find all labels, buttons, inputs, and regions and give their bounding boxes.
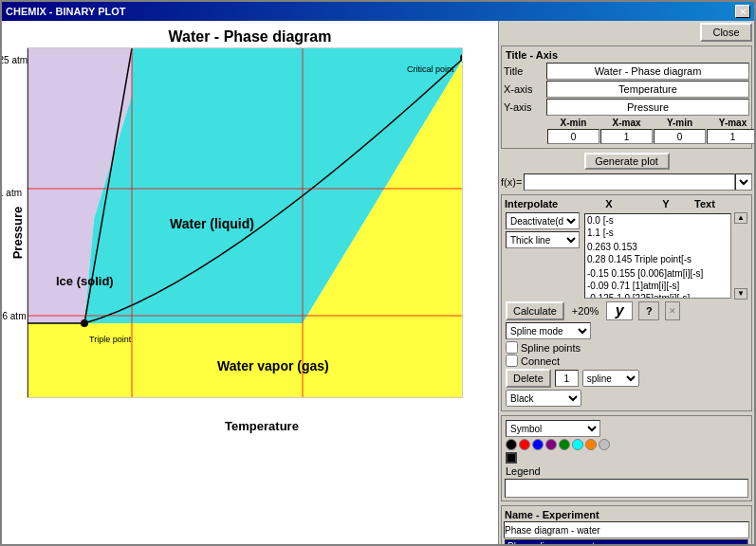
col-interpolate: Interpolate — [505, 198, 581, 209]
yaxis-input[interactable] — [546, 99, 749, 116]
color-blue[interactable] — [532, 439, 544, 450]
water-label: Water (liquid) — [170, 216, 254, 231]
triple-point-label: Triple point — [89, 335, 132, 344]
color-cyan[interactable] — [572, 439, 583, 450]
connect-row: Connect — [506, 355, 747, 367]
data-list[interactable]: 0.0 [-s 1.1 [-s 0.263 0.153 0.28 0.145 T… — [584, 213, 731, 299]
experiment-list[interactable]: Phase diagram - wate CO2 phase diagram M… — [505, 539, 748, 544]
selected-color — [506, 452, 517, 464]
name-exp-input[interactable] — [504, 521, 749, 538]
question-button[interactable]: ? — [638, 301, 659, 320]
connect-checkbox[interactable] — [506, 355, 518, 367]
color-dots-row — [506, 439, 747, 450]
color-squares-row — [506, 452, 747, 464]
close-window-button[interactable]: ✕ — [735, 5, 750, 18]
x-button[interactable]: ✕ — [665, 301, 680, 320]
fx-dropdown[interactable]: ▼ — [735, 173, 752, 191]
calculate-button[interactable]: Calculate — [506, 301, 564, 320]
color-orange[interactable] — [585, 439, 597, 450]
exp-row-1[interactable]: Phase diagram - wate — [506, 540, 747, 544]
y-button[interactable]: y — [606, 301, 633, 320]
xmax-header: X-max — [600, 118, 653, 128]
yaxis-row: Y-axis — [504, 99, 749, 116]
svg-point-10 — [81, 319, 88, 327]
right-panel: Close Title - Axis Title X-axis Y-axis — [498, 21, 754, 544]
ice-label: Ice (solid) — [56, 274, 114, 288]
color-gray[interactable] — [599, 439, 610, 450]
thin-spline-row: Spline points — [506, 341, 747, 354]
interpolate-select[interactable]: Deactivate(d) — [506, 212, 580, 229]
chart-panel: Water - Phase diagram Pressure 225 atm 1… — [2, 21, 498, 544]
title-bar: CHEMIX - BINARY PLOT ✕ — [2, 2, 754, 21]
spline-type-select[interactable]: spline — [582, 370, 639, 387]
phase-diagram-svg: Water (liquid) Ice (solid) Water vapor (… — [27, 47, 463, 398]
name-experiment-section: Name - Experiment Phase diagram - wate C… — [501, 505, 752, 544]
fx-label: f(x)= — [501, 176, 522, 188]
title-label: Title — [504, 65, 546, 77]
data-row-9[interactable]: -0.125 1.0 [225]atm[i][-s] — [585, 292, 730, 299]
calc-row: Calculate +20% y ? ✕ — [506, 301, 747, 320]
xaxis-input[interactable] — [546, 81, 749, 98]
line-type-select[interactable]: Thick line — [506, 231, 580, 248]
y-tick-006: 0.006 atm — [2, 311, 26, 321]
scrollbar[interactable]: ▲ ▼ — [734, 212, 747, 300]
y-tick-225: 225 atm — [2, 55, 28, 65]
ymin-header: Y-min — [654, 118, 706, 128]
color-black[interactable] — [506, 439, 517, 450]
data-row-4[interactable]: 0.263 0.153 — [585, 241, 730, 253]
color-select[interactable]: Black Red Blue — [506, 390, 581, 407]
main-content: Water - Phase diagram Pressure 225 atm 1… — [2, 21, 754, 544]
data-row-5[interactable]: 0.28 0.145 Triple point[-s — [585, 253, 730, 265]
data-row-2[interactable]: 1.1 [-s — [585, 227, 730, 239]
data-row-8[interactable]: -0.09 0.71 [1]atm[i][-s] — [585, 280, 730, 292]
symbol-select[interactable]: Symbol — [506, 420, 600, 437]
main-window: CHEMIX - BINARY PLOT ✕ Water - Phase dia… — [0, 0, 756, 546]
ymax-input[interactable] — [707, 129, 754, 144]
xaxis-row: X-axis — [504, 81, 749, 98]
generate-plot-button[interactable]: Generate plot — [584, 153, 670, 170]
color-purple[interactable] — [545, 439, 557, 450]
ymax-header: Y-max — [707, 118, 754, 128]
close-button[interactable]: Close — [700, 23, 752, 42]
interpolate-col: Deactivate(d) Thick line — [506, 212, 581, 300]
color-red[interactable] — [519, 439, 530, 450]
symbol-section: Symbol L — [501, 415, 752, 501]
thin-spline-checkbox[interactable] — [506, 341, 518, 354]
data-table-header: Interpolate X Y Text — [504, 197, 749, 210]
title-input[interactable] — [546, 63, 749, 80]
color-green[interactable] — [559, 439, 570, 450]
col-text: Text — [694, 198, 742, 209]
col-y: Y — [637, 198, 694, 209]
symbol-row: Symbol — [506, 420, 747, 437]
data-row-1[interactable]: 0.0 [-s — [585, 214, 730, 227]
title-axis-section: Title - Axis Title X-axis Y-axis X- — [501, 46, 752, 149]
data-section: Interpolate X Y Text Deactivate(d) Thick… — [501, 194, 752, 411]
chart-title: Water - Phase diagram — [9, 28, 490, 46]
col-x: X — [581, 198, 637, 209]
fx-input[interactable] — [524, 173, 735, 191]
percent-label: +20% — [572, 305, 599, 317]
title-row: Title — [504, 63, 749, 80]
interpolate-area: Deactivate(d) Thick line 0.0 [-s 1.1 [-s… — [506, 212, 747, 300]
y-axis-label: Pressure — [11, 206, 26, 259]
color-row: Black Red Blue — [506, 390, 747, 407]
xmin-input[interactable] — [547, 129, 599, 144]
spline-mode-row: Spline mode — [506, 322, 747, 339]
legend-label-row: Legend — [506, 465, 747, 477]
data-row-7[interactable]: -0.15 0.155 [0.006]atm[i][-s] — [585, 267, 730, 280]
spline-mode-select[interactable]: Spline mode — [506, 322, 591, 339]
y-tick-1: 1 atm — [2, 188, 22, 198]
spline-number-input[interactable] — [555, 370, 579, 387]
xmin-header: X-min — [547, 118, 599, 128]
xaxis-label: X-axis — [504, 83, 546, 95]
right-top-area: Close — [499, 21, 754, 44]
critical-point-label: Critical point — [407, 64, 454, 74]
legend-box — [505, 479, 748, 498]
delete-button[interactable]: Delete — [506, 369, 551, 388]
x-axis-label: Temperature — [225, 419, 299, 433]
yaxis-label: Y-axis — [504, 101, 546, 113]
xmax-input[interactable] — [600, 129, 653, 144]
connect-label: Connect — [521, 355, 560, 367]
legend-label: Legend — [506, 465, 541, 477]
ymin-input[interactable] — [654, 129, 706, 144]
